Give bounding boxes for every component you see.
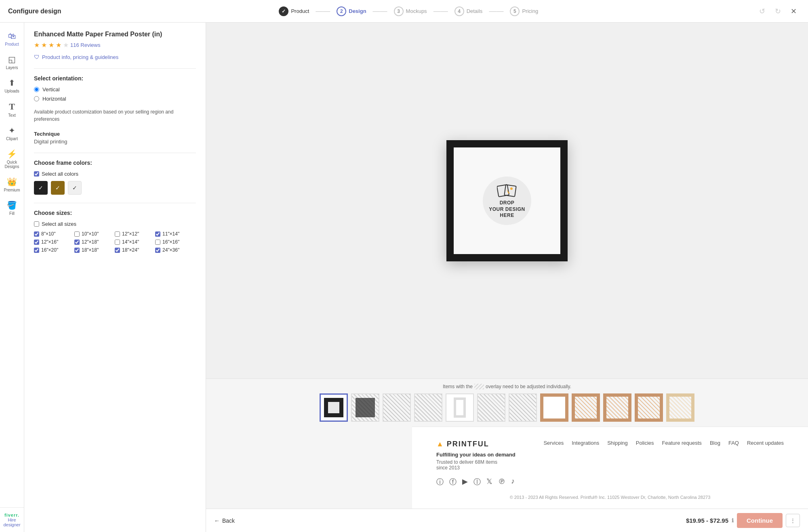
thumb-12[interactable] [666, 393, 694, 422]
undo-button[interactable]: ↺ [756, 5, 768, 17]
more-options-button[interactable]: ⋮ [786, 514, 800, 527]
select-all-sizes-label[interactable]: Select all sizes [34, 221, 196, 227]
step-details[interactable]: 4 Details [448, 6, 489, 16]
brand-link-policies[interactable]: Policies [636, 440, 654, 446]
thumb-1[interactable] [320, 393, 348, 422]
size-item-4[interactable]: 12"×16" [34, 239, 66, 245]
size-checkbox-1[interactable] [74, 231, 80, 237]
orientation-horizontal-label: Horizontal [42, 96, 66, 102]
thumb-6[interactable] [477, 393, 505, 422]
thumb-8[interactable] [540, 393, 568, 422]
brand-link-shipping[interactable]: Shipping [607, 440, 628, 446]
linkedin-icon[interactable]: ⓛ [473, 477, 481, 487]
thumb-3[interactable] [383, 393, 411, 422]
reviews-link[interactable]: 116 Reviews [70, 42, 100, 48]
technique-section: Technique Digital printing [34, 131, 196, 145]
size-item-8[interactable]: 16"×20" [34, 247, 66, 253]
brand-link-faq[interactable]: FAQ [728, 440, 739, 446]
price-info-icon[interactable]: ℹ [732, 517, 734, 524]
thumb-10[interactable] [603, 393, 631, 422]
facebook-icon[interactable]: ⓕ [449, 477, 457, 487]
sidebar-item-product-label: Product [5, 42, 19, 46]
color-swatch-black[interactable]: ✓ [34, 181, 48, 195]
size-item-6[interactable]: 14"×14" [115, 239, 147, 245]
select-all-colors-checkbox[interactable] [34, 171, 39, 177]
step-design[interactable]: 2 Design [330, 6, 372, 16]
orientation-vertical-label: Vertical [42, 86, 60, 93]
divider-1 [34, 68, 196, 69]
size-item-10[interactable]: 18"×24" [115, 247, 147, 253]
size-item-2[interactable]: 12"×12" [115, 231, 147, 237]
size-checkbox-0[interactable] [34, 231, 39, 237]
continue-button[interactable]: Continue [737, 513, 783, 528]
brand-link-recent-updates[interactable]: Recent updates [747, 440, 784, 446]
tiktok-icon[interactable]: ♪ [511, 477, 515, 487]
size-checkbox-11[interactable] [155, 248, 160, 253]
size-checkbox-4[interactable] [34, 240, 39, 245]
size-checkbox-6[interactable] [115, 240, 120, 245]
thumb-11[interactable] [635, 393, 663, 422]
step-divider-1: —— [316, 7, 330, 15]
sidebar-item-text[interactable]: T Text [1, 98, 23, 121]
size-checkbox-7[interactable] [155, 240, 160, 245]
hire-designer-link[interactable]: Hire designer [0, 517, 24, 527]
footer-right: $19.95 - $72.95 ℹ Continue ⋮ [686, 513, 800, 528]
sidebar-item-premium[interactable]: 👑 Premium [1, 174, 23, 196]
back-button[interactable]: ← Back [214, 517, 235, 524]
product-info-link[interactable]: 🛡 Product info, pricing & guidelines [34, 54, 196, 60]
brand-link-integrations[interactable]: Integrations [572, 440, 599, 446]
pinterest-icon[interactable]: ℗ [498, 477, 505, 487]
size-item-11[interactable]: 24"×36" [155, 247, 187, 253]
sidebar-item-quick-designs[interactable]: ⚡ Quick Designs [1, 146, 23, 172]
size-item-9[interactable]: 18"×18" [74, 247, 107, 253]
thumb-4[interactable] [414, 393, 442, 422]
brand-link-blog[interactable]: Blog [710, 440, 720, 446]
instagram-icon[interactable]: ⓘ [436, 477, 444, 487]
drop-zone-circle[interactable]: DROPYOUR DESIGNHERE [483, 177, 531, 225]
size-checkbox-9[interactable] [74, 248, 80, 253]
brand-link-feature-requests[interactable]: Feature requests [662, 440, 702, 446]
step-product[interactable]: ✓ Product [272, 6, 316, 16]
step-pricing[interactable]: 5 Pricing [503, 6, 545, 16]
select-all-colors-label[interactable]: Select all colors [34, 171, 196, 177]
close-button[interactable]: ✕ [787, 5, 800, 17]
thumb-9[interactable] [572, 393, 600, 422]
brand-link-services[interactable]: Services [543, 440, 564, 446]
step-mockups[interactable]: 3 Mockups [387, 6, 433, 16]
brand-tagline: Fulfilling your ideas on demand [436, 452, 516, 458]
youtube-icon[interactable]: ▶ [462, 477, 468, 487]
canvas-main[interactable]: DROPYOUR DESIGNHERE [206, 23, 808, 378]
orientation-vertical-radio[interactable] [34, 87, 39, 92]
size-checkbox-5[interactable] [74, 240, 80, 245]
color-swatch-white[interactable]: ✓ [68, 181, 82, 195]
thumb-5[interactable] [446, 393, 474, 422]
poster-inner[interactable]: DROPYOUR DESIGNHERE [454, 147, 560, 254]
orientation-vertical[interactable]: Vertical [34, 86, 196, 93]
size-item-1[interactable]: 10"×10" [74, 231, 107, 237]
select-all-sizes-checkbox[interactable] [34, 221, 39, 227]
thumb-7[interactable] [509, 393, 537, 422]
main-layout: 🛍 Product ◱ Layers ⬆ Uploads T Text ✦ Cl… [0, 23, 808, 532]
size-item-5[interactable]: 12"×18" [74, 239, 107, 245]
redo-button[interactable]: ↻ [772, 5, 784, 17]
size-checkbox-3[interactable] [155, 231, 160, 237]
header: Configure design ✓ Product —— 2 Design —… [0, 0, 808, 23]
size-item-3[interactable]: 11"×14" [155, 231, 187, 237]
sidebar-item-clipart[interactable]: ✦ Clipart [1, 122, 23, 144]
twitter-icon[interactable]: 𝕏 [486, 477, 492, 487]
color-swatch-brown[interactable]: ✓ [51, 181, 65, 195]
size-checkbox-2[interactable] [115, 231, 120, 237]
orientation-horizontal[interactable]: Horizontal [34, 96, 196, 102]
size-checkbox-10[interactable] [115, 248, 120, 253]
sidebar-item-layers[interactable]: ◱ Layers [1, 51, 23, 73]
step-3-circle: 3 [394, 6, 404, 16]
sidebar-item-uploads[interactable]: ⬆ Uploads [1, 75, 23, 97]
size-item-7[interactable]: 16"×16" [155, 239, 187, 245]
step-5-circle: 5 [510, 6, 520, 16]
sidebar-item-product[interactable]: 🛍 Product [1, 28, 23, 50]
thumb-2[interactable] [351, 393, 379, 422]
size-checkbox-8[interactable] [34, 248, 39, 253]
orientation-horizontal-radio[interactable] [34, 96, 39, 101]
sidebar-item-fill[interactable]: 🪣 Fill [1, 197, 23, 219]
size-item-0[interactable]: 8"×10" [34, 231, 66, 237]
